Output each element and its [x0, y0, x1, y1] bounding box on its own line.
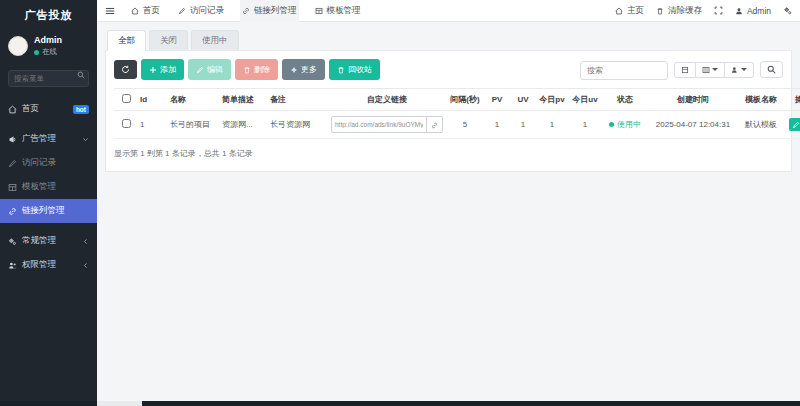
- topbar-home-label: 主页: [627, 5, 644, 17]
- delete-button-label: 删除: [254, 64, 270, 75]
- topbar-home-link[interactable]: 主页: [615, 5, 644, 17]
- status-dot-icon: [609, 122, 614, 127]
- user-icon: [735, 7, 743, 15]
- sidebar-item-link-list-management[interactable]: 链接列管理: [0, 199, 97, 223]
- cell-interval: 5: [446, 111, 484, 139]
- col-header-uv: UV: [510, 89, 536, 111]
- cell-pv: 1: [484, 111, 510, 139]
- recycle-bin-button[interactable]: 回收站: [329, 59, 380, 80]
- custom-link-group: [331, 116, 443, 133]
- link-icon: [242, 7, 250, 15]
- topbar-tab-label: 链接列管理: [254, 5, 297, 17]
- caret-down-icon: [741, 68, 747, 71]
- refresh-icon: [681, 66, 689, 74]
- cell-today-pv: 1: [536, 111, 568, 139]
- export-dropdown-button[interactable]: [725, 62, 754, 78]
- pencil-icon: [196, 66, 204, 74]
- bullhorn-icon: [8, 135, 17, 144]
- custom-link-input[interactable]: [331, 116, 427, 133]
- delete-button[interactable]: 删除: [235, 59, 278, 80]
- row-edit-button[interactable]: [789, 118, 800, 131]
- fullscreen-icon[interactable]: [714, 6, 723, 15]
- hamburger-icon[interactable]: [105, 6, 115, 16]
- filter-tabs: 全部 关闭 使用中: [105, 30, 792, 51]
- data-table: Id 名称 简单描述 备注 自定义链接 间隔(秒) PV UV 今日pv 今日u…: [114, 88, 800, 139]
- sidebar-item-visit-records[interactable]: 访问记录: [0, 151, 97, 175]
- cell-created-time: 2025-04-07 12:04:31: [648, 111, 738, 139]
- link-icon: [431, 122, 438, 129]
- table-search-input[interactable]: [580, 61, 668, 80]
- sidebar-item-label: 链接列管理: [22, 205, 89, 217]
- user-status: 在线: [34, 47, 62, 57]
- columns-dropdown-button[interactable]: [696, 62, 725, 78]
- recycle-bin-label: 回收站: [348, 64, 372, 75]
- topbar-tab-link-list-management[interactable]: 链接列管理: [240, 0, 299, 22]
- topbar-tab-label: 首页: [143, 5, 160, 17]
- more-button-label: 更多: [301, 64, 317, 75]
- edit-button[interactable]: 编辑: [188, 59, 231, 80]
- refresh-icon: [121, 65, 130, 74]
- sidebar-item-permission-management[interactable]: 权限管理: [0, 253, 97, 277]
- cell-id: 1: [138, 111, 168, 139]
- bottom-bar: [0, 401, 800, 406]
- sidebar-item-label: 首页: [22, 103, 68, 115]
- table-row: 1 长弓的项目 资源网... 长弓资源网: [114, 111, 800, 139]
- cell-name: 长弓的项目: [168, 111, 220, 139]
- user-menu[interactable]: Admin: [735, 6, 771, 16]
- refresh-button[interactable]: [114, 60, 137, 79]
- sidebar-item-ad-management[interactable]: 广告管理: [0, 127, 97, 151]
- filter-tab-in-use[interactable]: 使用中: [191, 30, 239, 51]
- hot-badge: hot: [73, 105, 89, 114]
- sidebar-item-label: 常规管理: [22, 235, 77, 247]
- sidebar-item-home[interactable]: 首页 hot: [0, 97, 97, 121]
- sidebar-item-label: 模板管理: [22, 181, 89, 193]
- topbar-tab-home[interactable]: 首页: [129, 0, 162, 22]
- col-header-created: 创建时间: [648, 89, 738, 111]
- trash-icon: [243, 66, 251, 74]
- filter-tab-all[interactable]: 全部: [107, 30, 146, 51]
- export-icon: [731, 66, 739, 74]
- cell-note: 长弓资源网: [268, 111, 328, 139]
- clear-cache-button[interactable]: 清除缓存: [656, 5, 702, 17]
- status-label: 使用中: [617, 119, 641, 130]
- sidebar-item-general-management[interactable]: 常规管理: [0, 229, 97, 253]
- avatar: [8, 36, 28, 56]
- caret-down-icon: [712, 68, 718, 71]
- add-button[interactable]: 添加: [141, 59, 184, 80]
- topbar-tab-template-management[interactable]: 模板管理: [313, 0, 363, 22]
- sidebar-menu: 首页 hot 广告管理 访问记录 模板管理 链接列管理: [0, 97, 97, 277]
- topbar-tab-label: 模板管理: [327, 5, 361, 17]
- select-all-checkbox[interactable]: [122, 94, 131, 103]
- settings-cogs-icon[interactable]: [783, 6, 792, 15]
- topbar-tab-visit-records[interactable]: 访问记录: [176, 0, 226, 22]
- col-header-status: 状态: [602, 89, 648, 111]
- columns-grid-icon: [702, 66, 710, 74]
- table-icon: [8, 183, 17, 192]
- edit-button-label: 编辑: [207, 64, 223, 75]
- filter-tab-closed[interactable]: 关闭: [149, 30, 188, 51]
- home-icon: [8, 105, 17, 114]
- toggle-view-button[interactable]: [674, 62, 696, 78]
- link-icon: [8, 207, 17, 216]
- pencil-icon: [792, 121, 800, 129]
- gear-icon: [290, 66, 298, 74]
- copy-link-button[interactable]: [427, 116, 443, 133]
- search-icon: [767, 65, 776, 74]
- advanced-search-button[interactable]: [760, 61, 783, 78]
- sidebar-item-label: 权限管理: [22, 259, 77, 271]
- col-header-desc: 简单描述: [220, 89, 268, 111]
- home-icon: [615, 7, 623, 15]
- cell-template-name: 默认模板: [738, 111, 784, 139]
- user-status-label: 在线: [42, 47, 57, 57]
- user-name: Admin: [34, 35, 62, 45]
- pencil-icon: [178, 7, 186, 15]
- brand-title: 广告投放: [0, 0, 97, 29]
- more-button[interactable]: 更多: [282, 59, 325, 80]
- col-header-id: Id: [138, 89, 168, 111]
- chevron-left-icon: [82, 238, 89, 245]
- col-header-name: 名称: [168, 89, 220, 111]
- sidebar-item-template-management[interactable]: 模板管理: [0, 175, 97, 199]
- col-header-interval: 间隔(秒): [446, 89, 484, 111]
- row-checkbox[interactable]: [122, 119, 131, 128]
- main-area: 首页 访问记录 链接列管理 模板管理 主页: [97, 0, 800, 401]
